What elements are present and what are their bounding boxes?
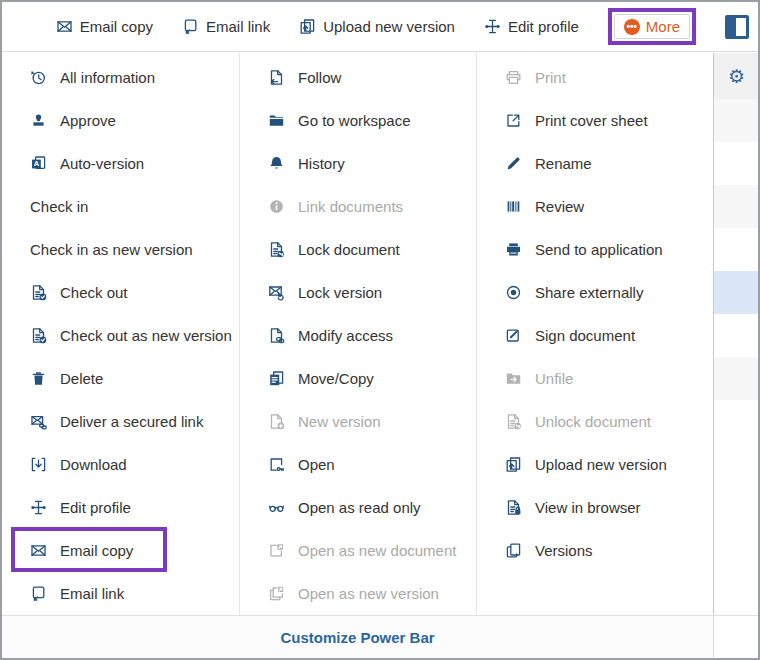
menu-item-open-as-new-document[interactable]: Open as new document	[240, 529, 476, 572]
settings-gear-icon[interactable]: ⚙	[728, 67, 745, 86]
menu-item-label: History	[298, 155, 345, 172]
menu-item-label: View in browser	[535, 499, 641, 516]
menu-item-label: Sign document	[535, 327, 635, 344]
background-table-strip: ⚙	[713, 53, 759, 615]
menu-item-review[interactable]: Review	[477, 185, 713, 228]
table-row	[714, 142, 759, 185]
toolbar-item-label: Edit profile	[508, 18, 579, 35]
menu-item-label: Print cover sheet	[535, 112, 648, 129]
edit-profile-icon	[484, 18, 501, 35]
menu-item-label: Go to workspace	[298, 112, 411, 129]
menu-item-label: Email copy	[60, 542, 133, 559]
menu-item-lock-document[interactable]: Lock document	[240, 228, 476, 271]
menu-footer-right-spacer	[713, 615, 758, 657]
menu-item-edit-profile[interactable]: Edit profile	[2, 486, 239, 529]
menu-item-unfile[interactable]: Unfile	[477, 357, 713, 400]
menu-item-label: Rename	[535, 155, 592, 172]
doc-key-icon	[268, 241, 285, 258]
menu-item-modify-access[interactable]: Modify access	[240, 314, 476, 357]
menu-item-open-as-read-only[interactable]: Open as read only	[240, 486, 476, 529]
menu-item-open[interactable]: Open	[240, 443, 476, 486]
menu-item-check-in-as-new-version[interactable]: Check in as new version	[2, 228, 239, 271]
toolbar-item-email-link[interactable]: Email link	[182, 18, 270, 35]
doc-check-icon	[30, 327, 47, 344]
menu-item-email-link[interactable]: Email link	[2, 572, 239, 615]
menu-item-label: Unfile	[535, 370, 573, 387]
upload-new-version-icon	[299, 18, 316, 35]
panel-toggle-icon[interactable]	[725, 15, 749, 39]
table-row	[714, 357, 759, 400]
email-link-icon	[30, 585, 47, 602]
menu-item-versions[interactable]: Versions	[477, 529, 713, 572]
menu-item-label: Upload new version	[535, 456, 667, 473]
toolbar-item-label: Email copy	[80, 18, 153, 35]
menu-item-label: Open as new document	[298, 542, 456, 559]
table-row	[714, 228, 759, 271]
menu-item-go-to-workspace[interactable]: Go to workspace	[240, 99, 476, 142]
menu-item-label: Edit profile	[60, 499, 131, 516]
menu-item-deliver-a-secured-link[interactable]: Deliver a secured link	[2, 400, 239, 443]
menu-item-open-as-new-version[interactable]: Open as new version	[240, 572, 476, 615]
annotation-highlight-box-more: ••• More	[608, 8, 696, 45]
upload-new-version-icon	[505, 456, 522, 473]
menu-item-move-copy[interactable]: Move/Copy	[240, 357, 476, 400]
menu-item-unlock-document[interactable]: Unlock document	[477, 400, 713, 443]
menu-item-download[interactable]: Download	[2, 443, 239, 486]
menu-item-follow[interactable]: Follow	[240, 56, 476, 99]
printer-filled-icon	[505, 241, 522, 258]
auto-version-icon: A	[30, 155, 47, 172]
toolbar-item-edit-profile[interactable]: Edit profile	[484, 18, 579, 35]
menu-item-email-copy[interactable]: Email copy	[2, 529, 239, 572]
clock-history-icon	[30, 69, 47, 86]
menu-item-label: New version	[298, 413, 381, 430]
menu-item-label: Open as read only	[298, 499, 421, 516]
stamp-icon	[30, 112, 47, 129]
menu-item-link-documents[interactable]: Link documents	[240, 185, 476, 228]
more-dropdown-menu: All informationApproveAAuto-versionCheck…	[2, 53, 713, 615]
toolbar-item-email-copy[interactable]: Email copy	[56, 18, 153, 35]
menu-item-auto-version[interactable]: AAuto-version	[2, 142, 239, 185]
email-copy-icon	[56, 18, 73, 35]
menu-item-label: Open as new version	[298, 585, 439, 602]
menu-item-sign-document[interactable]: Sign document	[477, 314, 713, 357]
doc-follow-icon	[268, 69, 285, 86]
page-plus-icon	[268, 413, 285, 430]
menu-item-upload-new-version[interactable]: Upload new version	[477, 443, 713, 486]
menu-item-label: Link documents	[298, 198, 403, 215]
table-row-selected	[714, 271, 759, 314]
menu-item-check-in[interactable]: Check in	[2, 185, 239, 228]
menu-item-lock-version[interactable]: Lock version	[240, 271, 476, 314]
menu-item-delete[interactable]: Delete	[2, 357, 239, 400]
pages-external-icon	[268, 585, 285, 602]
menu-item-history[interactable]: History	[240, 142, 476, 185]
menu-item-label: Check in as new version	[30, 241, 193, 258]
eye-icon	[505, 284, 522, 301]
menu-item-approve[interactable]: Approve	[2, 99, 239, 142]
customize-power-bar-link[interactable]: Customize Power Bar	[280, 629, 434, 646]
menu-item-label: Download	[60, 456, 127, 473]
menu-item-label: Modify access	[298, 327, 393, 344]
more-button[interactable]: ••• More	[614, 14, 690, 39]
menu-item-share-externally[interactable]: Share externally	[477, 271, 713, 314]
menu-item-all-information[interactable]: All information	[2, 56, 239, 99]
menu-item-label: All information	[60, 69, 155, 86]
menu-item-label: Delete	[60, 370, 103, 387]
menu-item-view-in-browser[interactable]: View in browser	[477, 486, 713, 529]
menu-item-new-version[interactable]: New version	[240, 400, 476, 443]
menu-item-label: Deliver a secured link	[60, 413, 203, 430]
barcode-icon	[505, 198, 522, 215]
email-copy-icon	[30, 542, 47, 559]
menu-item-label: Send to application	[535, 241, 663, 258]
menu-item-print-cover-sheet[interactable]: Print cover sheet	[477, 99, 713, 142]
pencil-icon	[505, 155, 522, 172]
bell-icon	[268, 155, 285, 172]
menu-item-rename[interactable]: Rename	[477, 142, 713, 185]
toolbar-items-group: Email copyEmail linkUpload new versionEd…	[56, 18, 579, 35]
menu-item-check-out-as-new-version[interactable]: Check out as new version	[2, 314, 239, 357]
menu-item-check-out[interactable]: Check out	[2, 271, 239, 314]
doc-key-icon	[505, 413, 522, 430]
toolbar-item-upload-new-version[interactable]: Upload new version	[299, 18, 455, 35]
menu-item-send-to-application[interactable]: Send to application	[477, 228, 713, 271]
doc-chain-icon	[268, 327, 285, 344]
menu-item-print[interactable]: Print	[477, 56, 713, 99]
